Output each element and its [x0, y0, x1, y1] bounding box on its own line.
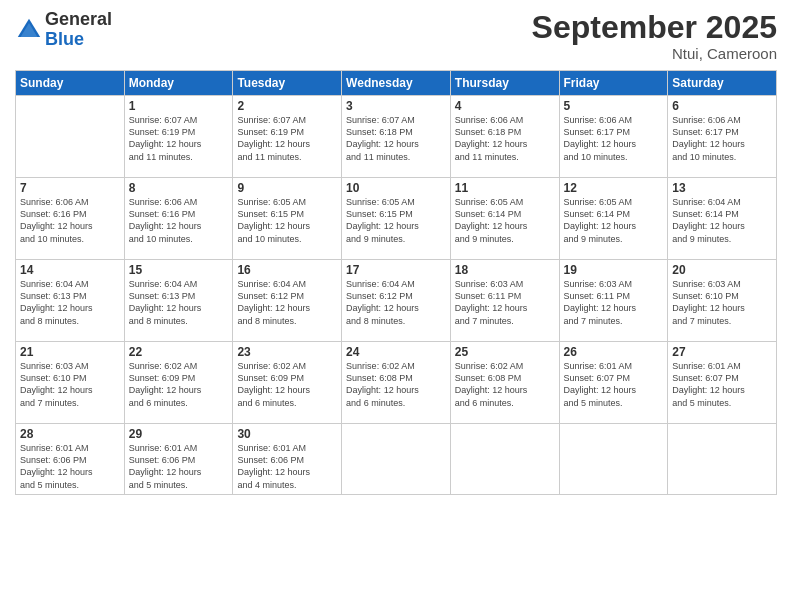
calendar-cell: 10Sunrise: 6:05 AMSunset: 6:15 PMDayligh… [342, 178, 451, 260]
day-number: 19 [564, 263, 664, 277]
page: General Blue September 2025 Ntui, Camero… [0, 0, 792, 612]
calendar-cell: 25Sunrise: 6:02 AMSunset: 6:08 PMDayligh… [450, 342, 559, 424]
day-number: 25 [455, 345, 555, 359]
day-number: 10 [346, 181, 446, 195]
day-number: 20 [672, 263, 772, 277]
day-number: 4 [455, 99, 555, 113]
day-number: 16 [237, 263, 337, 277]
day-number: 28 [20, 427, 120, 441]
calendar-cell: 24Sunrise: 6:02 AMSunset: 6:08 PMDayligh… [342, 342, 451, 424]
day-info: Sunrise: 6:04 AMSunset: 6:14 PMDaylight:… [672, 196, 772, 245]
day-number: 15 [129, 263, 229, 277]
day-info: Sunrise: 6:01 AMSunset: 6:07 PMDaylight:… [564, 360, 664, 409]
day-info: Sunrise: 6:07 AMSunset: 6:19 PMDaylight:… [129, 114, 229, 163]
month-title: September 2025 [532, 10, 777, 45]
calendar-cell: 17Sunrise: 6:04 AMSunset: 6:12 PMDayligh… [342, 260, 451, 342]
calendar-cell: 9Sunrise: 6:05 AMSunset: 6:15 PMDaylight… [233, 178, 342, 260]
calendar-cell: 22Sunrise: 6:02 AMSunset: 6:09 PMDayligh… [124, 342, 233, 424]
calendar-cell: 1Sunrise: 6:07 AMSunset: 6:19 PMDaylight… [124, 96, 233, 178]
day-number: 26 [564, 345, 664, 359]
day-number: 24 [346, 345, 446, 359]
calendar-cell: 18Sunrise: 6:03 AMSunset: 6:11 PMDayligh… [450, 260, 559, 342]
header: General Blue September 2025 Ntui, Camero… [15, 10, 777, 62]
day-info: Sunrise: 6:02 AMSunset: 6:08 PMDaylight:… [455, 360, 555, 409]
calendar-cell: 4Sunrise: 6:06 AMSunset: 6:18 PMDaylight… [450, 96, 559, 178]
day-number: 8 [129, 181, 229, 195]
location: Ntui, Cameroon [532, 45, 777, 62]
day-info: Sunrise: 6:06 AMSunset: 6:18 PMDaylight:… [455, 114, 555, 163]
calendar-header-row: SundayMondayTuesdayWednesdayThursdayFrid… [16, 71, 777, 96]
logo-blue: Blue [45, 30, 112, 50]
day-number: 13 [672, 181, 772, 195]
day-info: Sunrise: 6:01 AMSunset: 6:07 PMDaylight:… [672, 360, 772, 409]
day-info: Sunrise: 6:02 AMSunset: 6:09 PMDaylight:… [237, 360, 337, 409]
day-number: 23 [237, 345, 337, 359]
calendar-week-row: 1Sunrise: 6:07 AMSunset: 6:19 PMDaylight… [16, 96, 777, 178]
logo-icon [15, 16, 43, 44]
day-info: Sunrise: 6:06 AMSunset: 6:16 PMDaylight:… [20, 196, 120, 245]
day-number: 14 [20, 263, 120, 277]
calendar-cell: 8Sunrise: 6:06 AMSunset: 6:16 PMDaylight… [124, 178, 233, 260]
day-info: Sunrise: 6:05 AMSunset: 6:15 PMDaylight:… [237, 196, 337, 245]
calendar-week-row: 21Sunrise: 6:03 AMSunset: 6:10 PMDayligh… [16, 342, 777, 424]
day-info: Sunrise: 6:03 AMSunset: 6:11 PMDaylight:… [564, 278, 664, 327]
calendar-cell: 28Sunrise: 6:01 AMSunset: 6:06 PMDayligh… [16, 424, 125, 495]
calendar-cell: 3Sunrise: 6:07 AMSunset: 6:18 PMDaylight… [342, 96, 451, 178]
day-info: Sunrise: 6:02 AMSunset: 6:08 PMDaylight:… [346, 360, 446, 409]
calendar-cell: 11Sunrise: 6:05 AMSunset: 6:14 PMDayligh… [450, 178, 559, 260]
logo-general: General [45, 10, 112, 30]
day-info: Sunrise: 6:05 AMSunset: 6:14 PMDaylight:… [455, 196, 555, 245]
day-number: 29 [129, 427, 229, 441]
calendar-cell [16, 96, 125, 178]
day-number: 7 [20, 181, 120, 195]
calendar-day-header: Monday [124, 71, 233, 96]
day-info: Sunrise: 6:06 AMSunset: 6:16 PMDaylight:… [129, 196, 229, 245]
calendar-cell [668, 424, 777, 495]
day-number: 22 [129, 345, 229, 359]
calendar-cell: 16Sunrise: 6:04 AMSunset: 6:12 PMDayligh… [233, 260, 342, 342]
calendar-cell: 13Sunrise: 6:04 AMSunset: 6:14 PMDayligh… [668, 178, 777, 260]
calendar-cell: 15Sunrise: 6:04 AMSunset: 6:13 PMDayligh… [124, 260, 233, 342]
day-info: Sunrise: 6:06 AMSunset: 6:17 PMDaylight:… [564, 114, 664, 163]
day-number: 11 [455, 181, 555, 195]
day-info: Sunrise: 6:03 AMSunset: 6:10 PMDaylight:… [20, 360, 120, 409]
calendar-week-row: 14Sunrise: 6:04 AMSunset: 6:13 PMDayligh… [16, 260, 777, 342]
calendar-table: SundayMondayTuesdayWednesdayThursdayFrid… [15, 70, 777, 495]
day-number: 12 [564, 181, 664, 195]
day-info: Sunrise: 6:07 AMSunset: 6:18 PMDaylight:… [346, 114, 446, 163]
day-number: 9 [237, 181, 337, 195]
day-number: 3 [346, 99, 446, 113]
calendar-cell [342, 424, 451, 495]
day-info: Sunrise: 6:07 AMSunset: 6:19 PMDaylight:… [237, 114, 337, 163]
calendar-day-header: Sunday [16, 71, 125, 96]
logo: General Blue [15, 10, 112, 50]
calendar-day-header: Wednesday [342, 71, 451, 96]
day-info: Sunrise: 6:01 AMSunset: 6:06 PMDaylight:… [20, 442, 120, 491]
calendar-cell: 7Sunrise: 6:06 AMSunset: 6:16 PMDaylight… [16, 178, 125, 260]
calendar-cell: 21Sunrise: 6:03 AMSunset: 6:10 PMDayligh… [16, 342, 125, 424]
day-info: Sunrise: 6:05 AMSunset: 6:14 PMDaylight:… [564, 196, 664, 245]
day-info: Sunrise: 6:06 AMSunset: 6:17 PMDaylight:… [672, 114, 772, 163]
calendar-cell: 12Sunrise: 6:05 AMSunset: 6:14 PMDayligh… [559, 178, 668, 260]
calendar-cell: 27Sunrise: 6:01 AMSunset: 6:07 PMDayligh… [668, 342, 777, 424]
day-info: Sunrise: 6:03 AMSunset: 6:10 PMDaylight:… [672, 278, 772, 327]
day-info: Sunrise: 6:05 AMSunset: 6:15 PMDaylight:… [346, 196, 446, 245]
day-number: 30 [237, 427, 337, 441]
calendar-day-header: Tuesday [233, 71, 342, 96]
day-info: Sunrise: 6:03 AMSunset: 6:11 PMDaylight:… [455, 278, 555, 327]
day-number: 18 [455, 263, 555, 277]
day-number: 5 [564, 99, 664, 113]
calendar-cell [559, 424, 668, 495]
day-info: Sunrise: 6:01 AMSunset: 6:06 PMDaylight:… [129, 442, 229, 491]
day-number: 27 [672, 345, 772, 359]
title-block: September 2025 Ntui, Cameroon [532, 10, 777, 62]
calendar-day-header: Friday [559, 71, 668, 96]
calendar-cell: 23Sunrise: 6:02 AMSunset: 6:09 PMDayligh… [233, 342, 342, 424]
calendar-cell: 2Sunrise: 6:07 AMSunset: 6:19 PMDaylight… [233, 96, 342, 178]
day-info: Sunrise: 6:04 AMSunset: 6:12 PMDaylight:… [237, 278, 337, 327]
day-info: Sunrise: 6:04 AMSunset: 6:12 PMDaylight:… [346, 278, 446, 327]
calendar-week-row: 28Sunrise: 6:01 AMSunset: 6:06 PMDayligh… [16, 424, 777, 495]
day-info: Sunrise: 6:04 AMSunset: 6:13 PMDaylight:… [129, 278, 229, 327]
calendar-day-header: Thursday [450, 71, 559, 96]
day-number: 2 [237, 99, 337, 113]
